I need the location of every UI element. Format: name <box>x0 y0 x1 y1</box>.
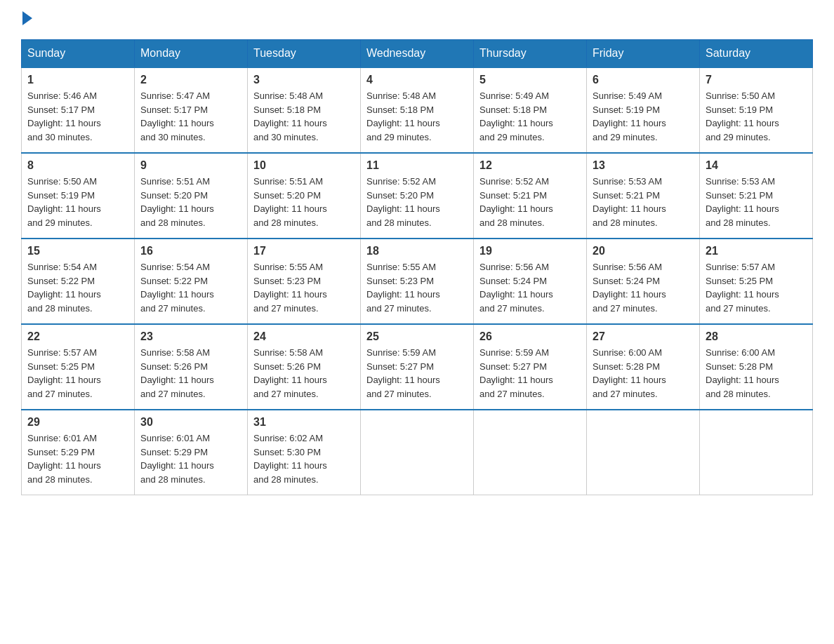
weekday-header-thursday: Thursday <box>474 40 587 68</box>
day-number: 27 <box>593 330 694 343</box>
page-header <box>21 14 813 25</box>
day-number: 20 <box>593 245 694 257</box>
day-info: Sunrise: 5:50 AMSunset: 5:19 PMDaylight:… <box>27 175 128 229</box>
day-info: Sunrise: 5:55 AMSunset: 5:23 PMDaylight:… <box>253 260 355 315</box>
day-number: 12 <box>479 159 581 172</box>
calendar-cell <box>700 410 813 495</box>
calendar-cell: 8Sunrise: 5:50 AMSunset: 5:19 PMDaylight… <box>22 153 135 239</box>
day-number: 14 <box>706 159 807 172</box>
calendar-cell: 29Sunrise: 6:01 AMSunset: 5:29 PMDayligh… <box>22 410 135 495</box>
weekday-header-sunday: Sunday <box>22 40 135 68</box>
day-info: Sunrise: 5:58 AMSunset: 5:26 PMDaylight:… <box>253 346 355 401</box>
calendar-cell: 23Sunrise: 5:58 AMSunset: 5:26 PMDayligh… <box>135 324 248 410</box>
day-number: 2 <box>140 74 241 86</box>
week-row-1: 1Sunrise: 5:46 AMSunset: 5:17 PMDaylight… <box>22 67 813 153</box>
day-number: 26 <box>479 330 581 343</box>
day-number: 23 <box>140 330 241 343</box>
day-info: Sunrise: 5:55 AMSunset: 5:23 PMDaylight:… <box>366 260 468 315</box>
day-number: 4 <box>366 74 468 86</box>
day-info: Sunrise: 5:51 AMSunset: 5:20 PMDaylight:… <box>253 175 355 229</box>
day-number: 31 <box>253 416 355 429</box>
day-info: Sunrise: 5:59 AMSunset: 5:27 PMDaylight:… <box>479 346 581 401</box>
calendar-cell: 31Sunrise: 6:02 AMSunset: 5:30 PMDayligh… <box>248 410 361 495</box>
day-info: Sunrise: 5:51 AMSunset: 5:20 PMDaylight:… <box>140 175 241 229</box>
day-number: 16 <box>140 245 241 257</box>
day-info: Sunrise: 5:54 AMSunset: 5:22 PMDaylight:… <box>27 260 128 315</box>
day-number: 13 <box>593 159 694 172</box>
calendar-cell: 28Sunrise: 6:00 AMSunset: 5:28 PMDayligh… <box>700 324 813 410</box>
day-info: Sunrise: 5:48 AMSunset: 5:18 PMDaylight:… <box>366 89 468 144</box>
day-number: 8 <box>27 159 128 172</box>
day-number: 10 <box>253 159 355 172</box>
day-number: 30 <box>140 416 241 429</box>
calendar-cell: 14Sunrise: 5:53 AMSunset: 5:21 PMDayligh… <box>700 153 813 239</box>
day-info: Sunrise: 6:00 AMSunset: 5:28 PMDaylight:… <box>706 346 807 401</box>
calendar-cell: 20Sunrise: 5:56 AMSunset: 5:24 PMDayligh… <box>587 239 700 324</box>
calendar-cell: 24Sunrise: 5:58 AMSunset: 5:26 PMDayligh… <box>248 324 361 410</box>
day-info: Sunrise: 6:01 AMSunset: 5:29 PMDaylight:… <box>27 431 128 486</box>
day-info: Sunrise: 5:49 AMSunset: 5:18 PMDaylight:… <box>479 89 581 144</box>
calendar-cell: 16Sunrise: 5:54 AMSunset: 5:22 PMDayligh… <box>135 239 248 324</box>
logo-triangle-icon <box>22 11 32 25</box>
logo <box>21 14 32 25</box>
calendar-cell: 25Sunrise: 5:59 AMSunset: 5:27 PMDayligh… <box>361 324 474 410</box>
calendar-cell: 19Sunrise: 5:56 AMSunset: 5:24 PMDayligh… <box>474 239 587 324</box>
day-info: Sunrise: 5:56 AMSunset: 5:24 PMDaylight:… <box>479 260 581 315</box>
weekday-header-wednesday: Wednesday <box>361 40 474 68</box>
calendar-table: SundayMondayTuesdayWednesdayThursdayFrid… <box>21 39 813 495</box>
day-number: 17 <box>253 245 355 257</box>
week-row-2: 8Sunrise: 5:50 AMSunset: 5:19 PMDaylight… <box>22 153 813 239</box>
day-info: Sunrise: 5:49 AMSunset: 5:19 PMDaylight:… <box>593 89 694 144</box>
calendar-cell: 3Sunrise: 5:48 AMSunset: 5:18 PMDaylight… <box>248 67 361 153</box>
calendar-cell <box>474 410 587 495</box>
day-info: Sunrise: 5:53 AMSunset: 5:21 PMDaylight:… <box>706 175 807 229</box>
day-info: Sunrise: 5:54 AMSunset: 5:22 PMDaylight:… <box>140 260 241 315</box>
week-row-5: 29Sunrise: 6:01 AMSunset: 5:29 PMDayligh… <box>22 410 813 495</box>
day-info: Sunrise: 5:57 AMSunset: 5:25 PMDaylight:… <box>27 346 128 401</box>
day-number: 3 <box>253 74 355 86</box>
day-info: Sunrise: 5:53 AMSunset: 5:21 PMDaylight:… <box>593 175 694 229</box>
week-row-3: 15Sunrise: 5:54 AMSunset: 5:22 PMDayligh… <box>22 239 813 324</box>
weekday-header-saturday: Saturday <box>700 40 813 68</box>
day-info: Sunrise: 5:50 AMSunset: 5:19 PMDaylight:… <box>706 89 807 144</box>
day-info: Sunrise: 5:57 AMSunset: 5:25 PMDaylight:… <box>706 260 807 315</box>
day-number: 5 <box>479 74 581 86</box>
calendar-cell: 18Sunrise: 5:55 AMSunset: 5:23 PMDayligh… <box>361 239 474 324</box>
day-info: Sunrise: 6:01 AMSunset: 5:29 PMDaylight:… <box>140 431 241 486</box>
calendar-cell: 15Sunrise: 5:54 AMSunset: 5:22 PMDayligh… <box>22 239 135 324</box>
calendar-cell: 6Sunrise: 5:49 AMSunset: 5:19 PMDaylight… <box>587 67 700 153</box>
calendar-cell: 11Sunrise: 5:52 AMSunset: 5:20 PMDayligh… <box>361 153 474 239</box>
day-number: 7 <box>706 74 807 86</box>
calendar-cell <box>361 410 474 495</box>
day-info: Sunrise: 5:59 AMSunset: 5:27 PMDaylight:… <box>366 346 468 401</box>
calendar-cell <box>587 410 700 495</box>
calendar-cell: 4Sunrise: 5:48 AMSunset: 5:18 PMDaylight… <box>361 67 474 153</box>
day-number: 15 <box>27 245 128 257</box>
day-info: Sunrise: 5:52 AMSunset: 5:20 PMDaylight:… <box>366 175 468 229</box>
day-info: Sunrise: 5:56 AMSunset: 5:24 PMDaylight:… <box>593 260 694 315</box>
day-number: 21 <box>706 245 807 257</box>
day-number: 19 <box>479 245 581 257</box>
day-info: Sunrise: 6:02 AMSunset: 5:30 PMDaylight:… <box>253 431 355 486</box>
day-info: Sunrise: 5:47 AMSunset: 5:17 PMDaylight:… <box>140 89 241 144</box>
day-number: 29 <box>27 416 128 429</box>
day-number: 25 <box>366 330 468 343</box>
calendar-cell: 5Sunrise: 5:49 AMSunset: 5:18 PMDaylight… <box>474 67 587 153</box>
calendar-cell: 27Sunrise: 6:00 AMSunset: 5:28 PMDayligh… <box>587 324 700 410</box>
calendar-cell: 17Sunrise: 5:55 AMSunset: 5:23 PMDayligh… <box>248 239 361 324</box>
calendar-cell: 7Sunrise: 5:50 AMSunset: 5:19 PMDaylight… <box>700 67 813 153</box>
day-number: 9 <box>140 159 241 172</box>
calendar-cell: 26Sunrise: 5:59 AMSunset: 5:27 PMDayligh… <box>474 324 587 410</box>
calendar-cell: 2Sunrise: 5:47 AMSunset: 5:17 PMDaylight… <box>135 67 248 153</box>
calendar-cell: 22Sunrise: 5:57 AMSunset: 5:25 PMDayligh… <box>22 324 135 410</box>
day-number: 22 <box>27 330 128 343</box>
day-info: Sunrise: 5:58 AMSunset: 5:26 PMDaylight:… <box>140 346 241 401</box>
calendar-cell: 10Sunrise: 5:51 AMSunset: 5:20 PMDayligh… <box>248 153 361 239</box>
calendar-cell: 12Sunrise: 5:52 AMSunset: 5:21 PMDayligh… <box>474 153 587 239</box>
day-info: Sunrise: 5:46 AMSunset: 5:17 PMDaylight:… <box>27 89 128 144</box>
day-info: Sunrise: 5:48 AMSunset: 5:18 PMDaylight:… <box>253 89 355 144</box>
weekday-header-tuesday: Tuesday <box>248 40 361 68</box>
day-number: 6 <box>593 74 694 86</box>
weekday-header-monday: Monday <box>135 40 248 68</box>
day-number: 28 <box>706 330 807 343</box>
